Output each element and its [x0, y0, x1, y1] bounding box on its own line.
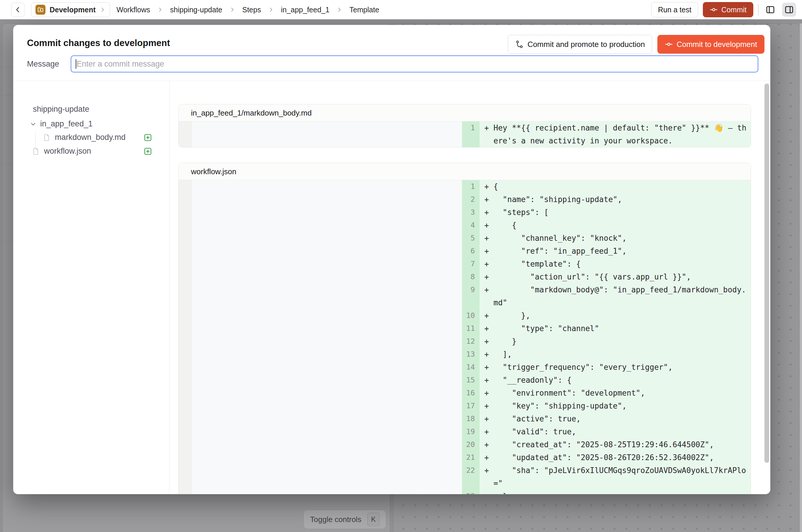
diff-old-side — [192, 296, 462, 309]
diff-line-number: 5 — [462, 232, 480, 245]
diff-line-number: 3 — [462, 206, 480, 219]
chevron-right-icon — [268, 7, 274, 13]
diff-line-content: + "ref": "in_app_feed_1", — [480, 245, 751, 258]
breadcrumb-item-template[interactable]: Template — [349, 5, 379, 14]
diff-line-number: 14 — [462, 361, 480, 374]
tree-item-folder[interactable]: in_app_feed_1 — [30, 119, 93, 129]
diff-old-side — [179, 348, 192, 361]
environment-label: Development — [50, 5, 96, 14]
tree-item-file-markdown[interactable]: markdown_body.md — [42, 133, 126, 142]
diff-old-side — [192, 412, 462, 425]
diff-row: 1+ { — [179, 180, 751, 193]
diff-line-number: 20 — [462, 438, 480, 451]
diff-row: 11+ "type": "channel" — [179, 322, 751, 335]
diff-old-side — [179, 232, 192, 245]
diff-row: 6+ "ref": "in_app_feed_1", — [179, 245, 751, 258]
tree-indent-guide — [35, 131, 36, 148]
diff-rows: 1+ {2+ "name": "shipping-update",3+ "ste… — [179, 180, 751, 494]
chevron-right-icon — [157, 7, 163, 13]
file-icon — [32, 147, 40, 155]
diff-line-number: 18 — [462, 412, 480, 425]
diff-line-number: 23 — [462, 490, 480, 494]
breadcrumb-item-steps[interactable]: Steps — [242, 5, 261, 14]
diff-old-side — [179, 438, 192, 451]
diff-row: 10+ }, — [179, 309, 751, 322]
diff-line-number: 13 — [462, 348, 480, 361]
diff-row: ere's a new activity in your workspace. — [179, 134, 751, 147]
diff-old-side — [179, 121, 192, 134]
commit-dialog: Commit changes to development Commit and… — [13, 25, 770, 494]
diff-line-number: 2 — [462, 193, 480, 206]
diff-row: 14+ "trigger_frequency": "every_trigger"… — [179, 361, 751, 374]
breadcrumb: Workflows shipping-update Steps in_app_f… — [116, 5, 379, 14]
chevron-right-icon — [336, 7, 342, 13]
tree-item-file-workflow-json[interactable]: workflow.json — [32, 147, 91, 156]
diff-filename: in_app_feed_1/markdown_body.md — [179, 104, 751, 121]
commit-to-development-button[interactable]: Commit to development — [657, 35, 764, 54]
tree-folder-label: in_app_feed_1 — [40, 119, 93, 129]
diff-old-side — [192, 193, 462, 206]
back-button[interactable] — [11, 3, 25, 17]
diff-old-side — [179, 283, 192, 296]
diff-row: 19+ "valid": true, — [179, 425, 751, 438]
diff-old-side — [179, 193, 192, 206]
diff-line-content: + "created_at": "2025-08-25T19:29:46.644… — [480, 438, 751, 451]
diff-row: 8+ "action_url": "{{ vars.app_url }}", — [179, 270, 751, 283]
changed-files-tree: shipping-update in_app_feed_1 markdown_b… — [13, 81, 170, 494]
diff-old-side — [179, 361, 192, 374]
diff-card-workflow-json: workflow.json 1+ {2+ "name": "shipping-u… — [178, 163, 751, 494]
diff-line-number: 16 — [462, 386, 480, 399]
screen: Toggle controls K Development Workfl — [0, 0, 802, 532]
diff-line-number: 21 — [462, 451, 480, 464]
diff-line-content: + "action_url": "{{ vars.app_url }}", — [480, 270, 751, 283]
diff-line-content: + "channel_key": "knock", — [480, 232, 751, 245]
diff-line-content: + "updated_at": "2025-08-26T20:26:52.364… — [480, 451, 751, 464]
breadcrumb-item-step[interactable]: in_app_feed_1 — [281, 5, 330, 14]
commit-button[interactable]: Commit — [703, 2, 753, 17]
diff-row: 21+ "updated_at": "2025-08-26T20:26:52.3… — [179, 451, 751, 464]
diff-line-content: + { — [480, 180, 751, 193]
diff-line-content: ere's a new activity in your workspace. — [480, 134, 751, 147]
modal-scrollbar-thumb[interactable] — [764, 83, 769, 463]
diff-old-side — [192, 283, 462, 296]
diff-line-number: 12 — [462, 335, 480, 348]
diff-line-content: + "key": "shipping-update", — [480, 399, 751, 412]
diff-old-side — [179, 258, 192, 270]
diff-row: 22+ "sha": "pJeLVir6xIlUCMGqs9qroZoUAVDS… — [179, 464, 751, 477]
diff-line-content: + "active": true, — [480, 412, 751, 425]
panel-left-icon — [765, 5, 775, 15]
diff-line-number — [462, 134, 480, 147]
diff-filename: workflow.json — [179, 163, 751, 180]
toggle-left-panel-button[interactable] — [763, 3, 777, 17]
tree-file-label: workflow.json — [44, 147, 91, 156]
diff-line-content: + }, — [480, 309, 751, 322]
environment-folder-icon — [36, 5, 45, 15]
shortcut-key-badge: K — [367, 513, 379, 526]
toggle-controls-button[interactable]: Toggle controls K — [303, 510, 386, 529]
diff-old-side — [179, 386, 192, 399]
page-scrollbar[interactable] — [800, 23, 802, 532]
toggle-right-panel-button[interactable] — [782, 3, 796, 17]
diff-line-content: + "template": { — [480, 258, 751, 270]
tree-item-workflow[interactable]: shipping-update — [33, 105, 89, 114]
diff-viewer[interactable]: in_app_feed_1/markdown_body.md 1+ Hey **… — [170, 81, 764, 494]
diff-row: =" — [179, 477, 751, 490]
run-a-test-button[interactable]: Run a test — [651, 2, 698, 17]
diff-line-content: + } — [480, 335, 751, 348]
breadcrumb-item-workflow[interactable]: shipping-update — [170, 5, 222, 14]
diff-line-content: =" — [480, 477, 751, 490]
environment-selector[interactable]: Development — [31, 2, 110, 17]
diff-old-side — [192, 425, 462, 438]
diff-old-side — [192, 335, 462, 348]
diff-old-side — [179, 464, 192, 477]
commit-message-input[interactable] — [71, 55, 758, 73]
breadcrumb-item-workflows[interactable]: Workflows — [116, 5, 150, 14]
diff-line-number: 22 — [462, 464, 480, 477]
commit-and-promote-button[interactable]: Commit and promote to production — [508, 35, 652, 54]
diff-line-number: 6 — [462, 245, 480, 258]
diff-old-side — [179, 490, 192, 494]
diff-old-side — [192, 438, 462, 451]
diff-line-number: 9 — [462, 283, 480, 296]
diff-old-side — [192, 219, 462, 232]
diff-line-number: 19 — [462, 425, 480, 438]
